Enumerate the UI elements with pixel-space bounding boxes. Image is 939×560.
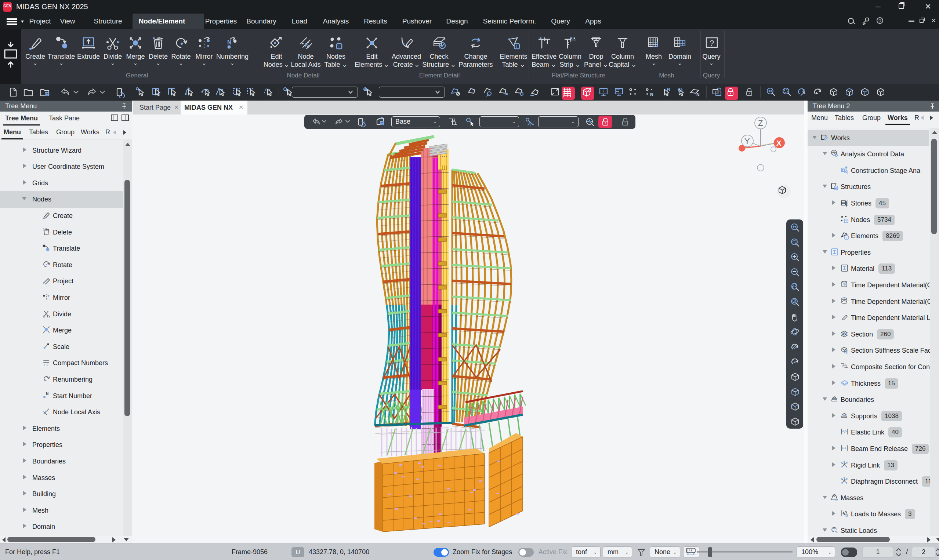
svg-text:1: 1: [842, 365, 843, 368]
svg-text:I: I: [840, 381, 841, 384]
svg-text:M: M: [845, 514, 848, 518]
svg-text:T: T: [846, 236, 848, 239]
svg-text:1: 1: [847, 204, 848, 207]
svg-text:T: T: [845, 220, 847, 223]
svg-text:M: M: [835, 498, 838, 501]
svg-text:2: 2: [847, 202, 848, 204]
svg-text:2: 2: [453, 118, 455, 122]
svg-text:2: 2: [845, 363, 846, 365]
svg-text:N: N: [650, 92, 653, 97]
svg-text:Y: Y: [745, 137, 750, 146]
svg-text:T: T: [338, 44, 340, 48]
svg-text:N: N: [227, 39, 232, 46]
svg-text:1 2: 1 2: [44, 363, 48, 366]
svg-text:N: N: [667, 87, 670, 92]
svg-text:X: X: [776, 139, 782, 147]
svg-text:i: i: [603, 89, 603, 93]
svg-text:N: N: [46, 392, 48, 395]
svg-text:N: N: [696, 92, 700, 97]
svg-text:?: ?: [710, 38, 714, 48]
svg-text:Z: Z: [758, 118, 763, 128]
